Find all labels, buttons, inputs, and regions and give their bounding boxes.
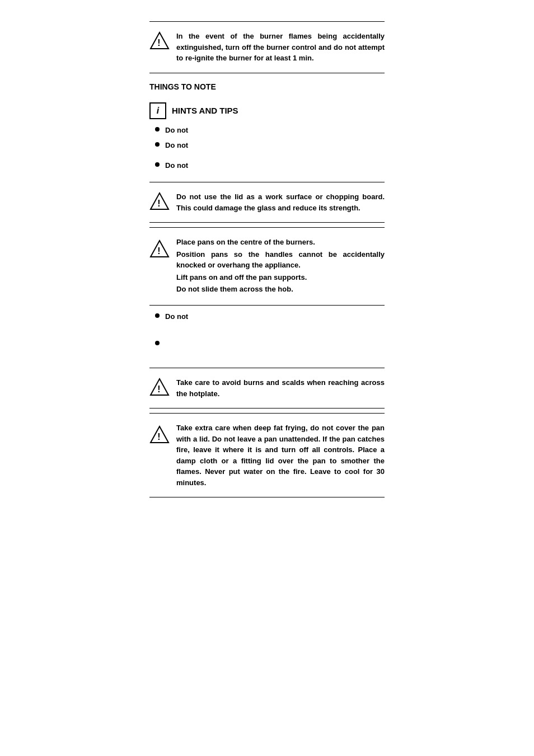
bullet-dot-2 [155, 142, 160, 147]
content-area: ! In the event of the burner flames bein… [149, 11, 385, 745]
pans-warning-divider-top [149, 227, 385, 228]
deepfat-warning-divider-top [149, 413, 385, 414]
svg-text:!: ! [157, 199, 160, 208]
top-divider-bottom [149, 73, 385, 73]
pans-warning-divider-bottom [149, 305, 385, 306]
warning-icon-lid: ! [149, 191, 170, 212]
warning-icon-top: ! [149, 31, 170, 51]
bullet-dot-empty [155, 341, 160, 345]
bullet-dot-3 [155, 162, 160, 167]
lid-warning-text: Do not use the lid as a work surface or … [176, 191, 385, 213]
deepfat-warning-text: Take extra care when deep fat frying, do… [176, 422, 385, 488]
bullet-text-2: Do not [165, 140, 188, 151]
pans-warning-text: Place pans on the centre of the burners.… [176, 237, 385, 296]
svg-text:!: ! [157, 38, 160, 48]
burns-warning-divider-bottom [149, 408, 385, 408]
lid-warning-divider-bottom [149, 222, 385, 223]
svg-text:!: ! [157, 432, 160, 442]
burns-warning-divider-top [149, 368, 385, 368]
page: ! In the event of the burner flames bein… [0, 0, 534, 756]
svg-text:!: ! [157, 246, 160, 256]
lid-warning-block: ! Do not use the lid as a work surface o… [149, 187, 385, 218]
warning-icon-deepfat: ! [149, 425, 170, 445]
deepfat-warning-block: ! Take extra care when deep fat frying, … [149, 418, 385, 492]
bullet-text-do-not: Do not [165, 311, 188, 322]
pans-line-2: Position pans so the handles cannot be a… [176, 249, 385, 271]
info-icon-letter: i [157, 106, 159, 116]
hints-and-tips-title: HINTS AND TIPS [172, 106, 238, 115]
burns-warning-block: ! Take care to avoid burns and scalds wh… [149, 373, 385, 403]
bullet-dot-1 [155, 127, 160, 132]
hints-header: i HINTS AND TIPS [149, 102, 385, 119]
lid-warning-divider-top [149, 182, 385, 182]
bullet-item-2: Do not [155, 140, 385, 151]
empty-bullet [155, 339, 385, 345]
bullet-text-3: Do not [165, 160, 188, 171]
bullet-item-do-not: Do not [155, 311, 385, 322]
bullet-dot-do-not [155, 313, 160, 318]
bullet-text-1: Do not [165, 125, 188, 136]
pans-warning-block: ! Place pans on the centre of the burner… [149, 232, 385, 300]
info-icon-box: i [149, 102, 166, 119]
bullet-item-3: Do not [155, 160, 385, 171]
pans-line-4: Do not slide them across the hob. [176, 284, 385, 295]
svg-text:!: ! [157, 384, 160, 394]
bullet-item-1: Do not [155, 125, 385, 136]
top-divider-top [149, 21, 385, 22]
pans-line-1: Place pans on the centre of the burners. [176, 237, 385, 248]
things-to-note-title: THINGS TO NOTE [149, 82, 385, 91]
top-warning-block: ! In the event of the burner flames bein… [149, 26, 385, 68]
warning-icon-pans: ! [149, 239, 170, 259]
top-warning-text: In the event of the burner flames being … [176, 31, 385, 64]
deepfat-warning-divider-bottom [149, 497, 385, 497]
burns-warning-text: Take care to avoid burns and scalds when… [176, 377, 385, 399]
pans-line-3: Lift pans on and off the pan supports. [176, 272, 385, 283]
warning-icon-burns: ! [149, 377, 170, 397]
